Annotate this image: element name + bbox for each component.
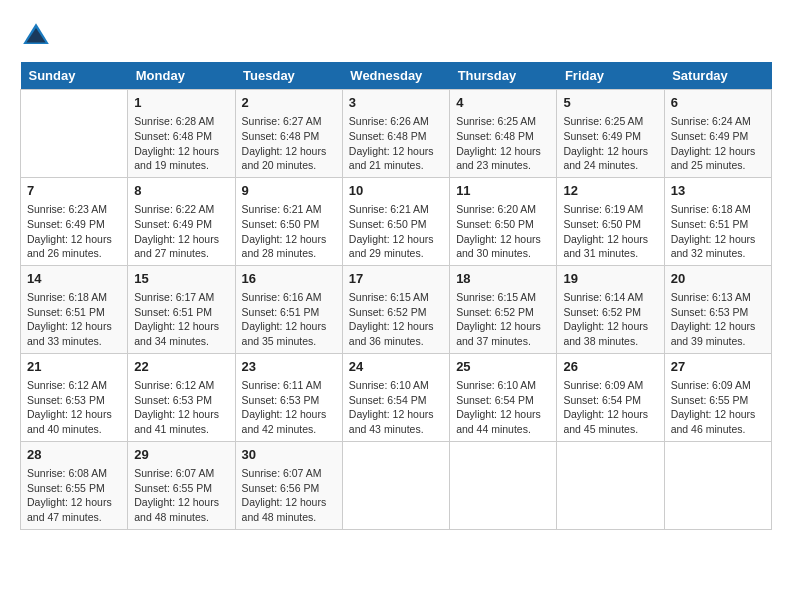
column-header-wednesday: Wednesday [342,62,449,90]
calendar-cell: 3Sunrise: 6:26 AM Sunset: 6:48 PM Daylig… [342,90,449,178]
day-number: 30 [242,446,336,464]
day-detail: Sunrise: 6:08 AM Sunset: 6:55 PM Dayligh… [27,466,121,525]
day-number: 5 [563,94,657,112]
day-number: 13 [671,182,765,200]
calendar-cell: 27Sunrise: 6:09 AM Sunset: 6:55 PM Dayli… [664,353,771,441]
day-number: 27 [671,358,765,376]
calendar-table: SundayMondayTuesdayWednesdayThursdayFrid… [20,62,772,530]
week-row-5: 28Sunrise: 6:08 AM Sunset: 6:55 PM Dayli… [21,441,772,529]
day-detail: Sunrise: 6:19 AM Sunset: 6:50 PM Dayligh… [563,202,657,261]
day-detail: Sunrise: 6:21 AM Sunset: 6:50 PM Dayligh… [349,202,443,261]
column-header-monday: Monday [128,62,235,90]
calendar-cell: 4Sunrise: 6:25 AM Sunset: 6:48 PM Daylig… [450,90,557,178]
day-detail: Sunrise: 6:23 AM Sunset: 6:49 PM Dayligh… [27,202,121,261]
week-row-4: 21Sunrise: 6:12 AM Sunset: 6:53 PM Dayli… [21,353,772,441]
logo [20,20,56,52]
week-row-3: 14Sunrise: 6:18 AM Sunset: 6:51 PM Dayli… [21,265,772,353]
day-number: 18 [456,270,550,288]
column-header-sunday: Sunday [21,62,128,90]
calendar-cell: 13Sunrise: 6:18 AM Sunset: 6:51 PM Dayli… [664,177,771,265]
calendar-cell: 2Sunrise: 6:27 AM Sunset: 6:48 PM Daylig… [235,90,342,178]
calendar-cell [342,441,449,529]
calendar-cell: 14Sunrise: 6:18 AM Sunset: 6:51 PM Dayli… [21,265,128,353]
calendar-header-row: SundayMondayTuesdayWednesdayThursdayFrid… [21,62,772,90]
day-detail: Sunrise: 6:15 AM Sunset: 6:52 PM Dayligh… [456,290,550,349]
calendar-cell: 1Sunrise: 6:28 AM Sunset: 6:48 PM Daylig… [128,90,235,178]
logo-icon [20,20,52,52]
calendar-cell [21,90,128,178]
day-detail: Sunrise: 6:09 AM Sunset: 6:54 PM Dayligh… [563,378,657,437]
day-number: 12 [563,182,657,200]
calendar-cell: 8Sunrise: 6:22 AM Sunset: 6:49 PM Daylig… [128,177,235,265]
day-detail: Sunrise: 6:12 AM Sunset: 6:53 PM Dayligh… [134,378,228,437]
day-number: 17 [349,270,443,288]
calendar-cell: 15Sunrise: 6:17 AM Sunset: 6:51 PM Dayli… [128,265,235,353]
day-detail: Sunrise: 6:22 AM Sunset: 6:49 PM Dayligh… [134,202,228,261]
calendar-cell: 5Sunrise: 6:25 AM Sunset: 6:49 PM Daylig… [557,90,664,178]
calendar-cell: 19Sunrise: 6:14 AM Sunset: 6:52 PM Dayli… [557,265,664,353]
day-detail: Sunrise: 6:24 AM Sunset: 6:49 PM Dayligh… [671,114,765,173]
calendar-cell: 12Sunrise: 6:19 AM Sunset: 6:50 PM Dayli… [557,177,664,265]
day-number: 20 [671,270,765,288]
day-number: 7 [27,182,121,200]
day-detail: Sunrise: 6:11 AM Sunset: 6:53 PM Dayligh… [242,378,336,437]
day-detail: Sunrise: 6:10 AM Sunset: 6:54 PM Dayligh… [349,378,443,437]
calendar-cell: 11Sunrise: 6:20 AM Sunset: 6:50 PM Dayli… [450,177,557,265]
day-number: 29 [134,446,228,464]
column-header-tuesday: Tuesday [235,62,342,90]
day-detail: Sunrise: 6:07 AM Sunset: 6:56 PM Dayligh… [242,466,336,525]
day-detail: Sunrise: 6:20 AM Sunset: 6:50 PM Dayligh… [456,202,550,261]
day-detail: Sunrise: 6:13 AM Sunset: 6:53 PM Dayligh… [671,290,765,349]
day-detail: Sunrise: 6:26 AM Sunset: 6:48 PM Dayligh… [349,114,443,173]
day-number: 16 [242,270,336,288]
day-detail: Sunrise: 6:17 AM Sunset: 6:51 PM Dayligh… [134,290,228,349]
day-detail: Sunrise: 6:15 AM Sunset: 6:52 PM Dayligh… [349,290,443,349]
day-detail: Sunrise: 6:10 AM Sunset: 6:54 PM Dayligh… [456,378,550,437]
day-detail: Sunrise: 6:09 AM Sunset: 6:55 PM Dayligh… [671,378,765,437]
column-header-friday: Friday [557,62,664,90]
day-detail: Sunrise: 6:18 AM Sunset: 6:51 PM Dayligh… [671,202,765,261]
day-number: 28 [27,446,121,464]
day-number: 10 [349,182,443,200]
day-number: 8 [134,182,228,200]
calendar-cell: 25Sunrise: 6:10 AM Sunset: 6:54 PM Dayli… [450,353,557,441]
day-detail: Sunrise: 6:25 AM Sunset: 6:48 PM Dayligh… [456,114,550,173]
calendar-cell: 22Sunrise: 6:12 AM Sunset: 6:53 PM Dayli… [128,353,235,441]
calendar-cell: 26Sunrise: 6:09 AM Sunset: 6:54 PM Dayli… [557,353,664,441]
calendar-cell [664,441,771,529]
day-detail: Sunrise: 6:21 AM Sunset: 6:50 PM Dayligh… [242,202,336,261]
day-detail: Sunrise: 6:14 AM Sunset: 6:52 PM Dayligh… [563,290,657,349]
day-number: 2 [242,94,336,112]
day-number: 4 [456,94,550,112]
calendar-cell: 23Sunrise: 6:11 AM Sunset: 6:53 PM Dayli… [235,353,342,441]
calendar-cell: 28Sunrise: 6:08 AM Sunset: 6:55 PM Dayli… [21,441,128,529]
calendar-cell: 9Sunrise: 6:21 AM Sunset: 6:50 PM Daylig… [235,177,342,265]
day-number: 19 [563,270,657,288]
calendar-cell: 16Sunrise: 6:16 AM Sunset: 6:51 PM Dayli… [235,265,342,353]
day-detail: Sunrise: 6:16 AM Sunset: 6:51 PM Dayligh… [242,290,336,349]
day-detail: Sunrise: 6:28 AM Sunset: 6:48 PM Dayligh… [134,114,228,173]
week-row-2: 7Sunrise: 6:23 AM Sunset: 6:49 PM Daylig… [21,177,772,265]
day-number: 24 [349,358,443,376]
day-number: 1 [134,94,228,112]
day-number: 3 [349,94,443,112]
day-number: 14 [27,270,121,288]
calendar-cell: 6Sunrise: 6:24 AM Sunset: 6:49 PM Daylig… [664,90,771,178]
day-number: 25 [456,358,550,376]
day-detail: Sunrise: 6:12 AM Sunset: 6:53 PM Dayligh… [27,378,121,437]
calendar-cell: 7Sunrise: 6:23 AM Sunset: 6:49 PM Daylig… [21,177,128,265]
day-number: 15 [134,270,228,288]
calendar-cell: 30Sunrise: 6:07 AM Sunset: 6:56 PM Dayli… [235,441,342,529]
day-detail: Sunrise: 6:18 AM Sunset: 6:51 PM Dayligh… [27,290,121,349]
day-number: 11 [456,182,550,200]
day-number: 23 [242,358,336,376]
calendar-cell: 20Sunrise: 6:13 AM Sunset: 6:53 PM Dayli… [664,265,771,353]
column-header-thursday: Thursday [450,62,557,90]
day-detail: Sunrise: 6:25 AM Sunset: 6:49 PM Dayligh… [563,114,657,173]
page-header [20,20,772,52]
day-number: 9 [242,182,336,200]
calendar-cell: 29Sunrise: 6:07 AM Sunset: 6:55 PM Dayli… [128,441,235,529]
calendar-cell: 17Sunrise: 6:15 AM Sunset: 6:52 PM Dayli… [342,265,449,353]
calendar-cell: 10Sunrise: 6:21 AM Sunset: 6:50 PM Dayli… [342,177,449,265]
calendar-cell [557,441,664,529]
